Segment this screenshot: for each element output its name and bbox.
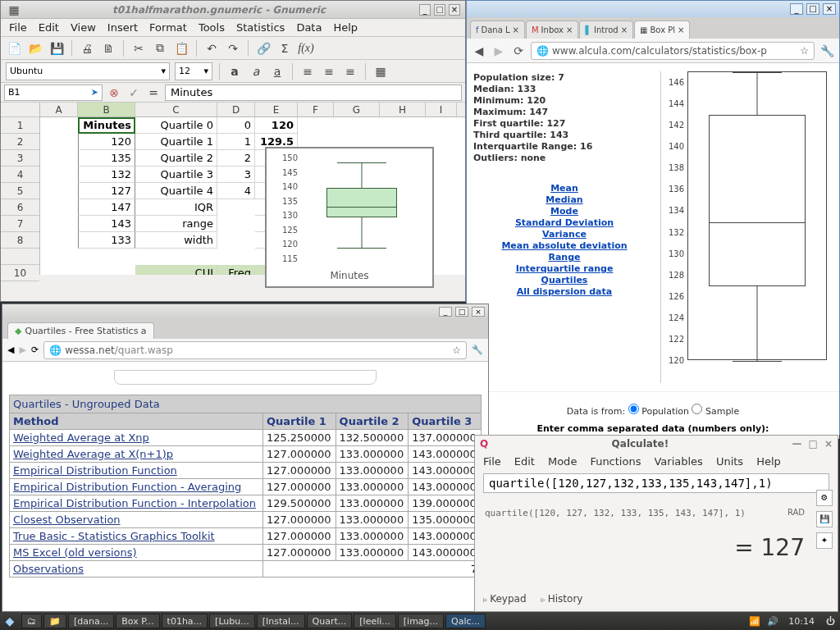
observations-label[interactable]: Observations	[10, 561, 263, 578]
align-left-icon[interactable]: ≡	[299, 63, 316, 80]
menu-variables[interactable]: Variables	[654, 455, 702, 468]
col-header[interactable]: G	[334, 103, 380, 116]
method-link[interactable]: Weighted Average at Xnp	[10, 430, 263, 446]
reload-icon[interactable]: ⟳	[31, 345, 39, 355]
taskbar-button[interactable]: Box P...	[116, 614, 159, 628]
convert-icon[interactable]: ✦	[816, 532, 833, 549]
row-header[interactable]: 3	[1, 150, 39, 167]
menu-help[interactable]: Help	[333, 21, 358, 34]
maximize-button[interactable]: □	[809, 438, 818, 450]
history-toggle[interactable]: History	[541, 593, 583, 605]
menu-data[interactable]: Data	[296, 21, 322, 34]
menu-help[interactable]: Help	[756, 455, 781, 468]
col-header[interactable]: B	[78, 103, 135, 116]
row-header[interactable]: 5	[1, 183, 39, 199]
method-link[interactable]: True Basic - Statistics Graphics Toolkit	[10, 528, 263, 545]
align-right-icon[interactable]: ≡	[342, 63, 358, 80]
execute-icon[interactable]: ⚙	[816, 490, 833, 506]
close-button[interactable]: ×	[472, 307, 485, 317]
formula-input[interactable]: Minutes	[165, 84, 462, 101]
forward-icon[interactable]: ▶	[19, 345, 25, 355]
italic-icon[interactable]: a	[248, 63, 264, 80]
method-link[interactable]: Closest Observation	[10, 512, 263, 528]
taskbar-button[interactable]: [Lubu...	[209, 614, 255, 628]
hyperlink-icon[interactable]: 🔗	[255, 40, 272, 57]
font-size-select[interactable]: 12▾	[175, 62, 212, 80]
menu-view[interactable]: View	[71, 21, 96, 34]
url-input[interactable]: 🌐 wessa.net/quart.wasp ☆	[43, 341, 467, 359]
taskbar-button[interactable]: Quart...	[307, 614, 353, 628]
star-icon[interactable]: ☆	[800, 45, 809, 57]
sheet-cell[interactable]: 133	[78, 232, 135, 249]
sheet-cell[interactable]: CUI	[135, 265, 217, 275]
sheet-cell[interactable]: 4	[217, 183, 255, 199]
align-center-icon[interactable]: ≡	[321, 63, 337, 80]
gnumeric-titlebar[interactable]: ▦ t01halfmarathon.gnumeric - Gnumeric _ …	[1, 1, 465, 19]
menu-units[interactable]: Units	[716, 455, 743, 468]
row-header[interactable]: 8	[1, 232, 39, 249]
col-header[interactable]: H	[380, 103, 426, 116]
stats-link[interactable]: Mean absolute deviation	[473, 240, 655, 251]
save-icon[interactable]: 💾	[48, 40, 65, 57]
sheet-cell[interactable]: 132	[78, 167, 135, 183]
cancel-edit-icon[interactable]: ⊗	[106, 84, 122, 101]
tray-logout-icon[interactable]: ⏻	[821, 616, 840, 627]
row-header[interactable]: 2	[1, 134, 39, 150]
sheet-cell[interactable]: IQR	[135, 199, 217, 216]
tab-facebook[interactable]: fDana L×	[470, 21, 525, 39]
sheet-cell[interactable]: Quartile 4	[135, 183, 217, 199]
reload-icon[interactable]: ⟳	[511, 43, 526, 58]
taskbar-button[interactable]: [Instal...	[257, 614, 305, 628]
row-header[interactable]: 4	[1, 167, 39, 183]
keypad-toggle[interactable]: Keypad	[483, 593, 527, 605]
method-link[interactable]: Empirical Distribution Function - Averag…	[10, 479, 263, 495]
equals-icon[interactable]: =	[145, 84, 162, 101]
stats-link[interactable]: All dispersion data	[473, 286, 655, 297]
menu-functions[interactable]: Functions	[590, 455, 641, 468]
sheet-cell[interactable]: Quartile 0	[135, 117, 217, 134]
store-icon[interactable]: 💾	[816, 511, 833, 527]
minimize-button[interactable]: _	[439, 307, 452, 317]
taskbar-clock[interactable]: 10:14	[782, 616, 821, 627]
copy-icon[interactable]: ⧉	[152, 40, 168, 57]
wrench-icon[interactable]: 🔧	[472, 345, 483, 355]
sheet-cell[interactable]: 1	[217, 134, 255, 150]
undo-icon[interactable]: ↶	[203, 40, 220, 57]
tab-boxplot[interactable]: ▦Box Pl×	[634, 21, 690, 39]
taskbar-button[interactable]: Qalc...	[445, 614, 486, 628]
tab-quartiles[interactable]: ◆ Quartiles - Free Statistics a	[7, 322, 154, 339]
close-button[interactable]: ×	[824, 438, 833, 450]
maximize-button[interactable]: □	[455, 307, 468, 317]
minimize-button[interactable]: —	[792, 438, 802, 450]
sheet-cell[interactable]: 0	[217, 117, 255, 134]
sheet-cell[interactable]: 120	[78, 134, 135, 150]
maximize-button[interactable]: □	[806, 3, 819, 15]
minimize-button[interactable]: _	[790, 3, 803, 15]
tab-gmail[interactable]: MInbox×	[526, 21, 578, 39]
menu-format[interactable]: Format	[149, 21, 187, 34]
sheet-cell[interactable]: Quartile 3	[135, 167, 217, 183]
row-header[interactable]: 6	[1, 199, 39, 216]
paste-icon[interactable]: 📋	[173, 40, 189, 57]
star-icon[interactable]: ☆	[452, 345, 461, 356]
merge-cells-icon[interactable]: ▦	[372, 63, 389, 80]
stats-link[interactable]: Mode	[473, 206, 655, 217]
function-icon[interactable]: f(x)	[298, 40, 314, 57]
new-file-icon[interactable]: 📄	[6, 40, 22, 57]
tray-network-icon[interactable]: 📶	[746, 616, 764, 627]
menu-file[interactable]: File	[483, 455, 501, 468]
wrench-icon[interactable]: 🔧	[819, 43, 834, 58]
sheet-cell[interactable]: Quartile 1	[135, 134, 217, 150]
tray-volume-icon[interactable]: 🔊	[764, 616, 782, 627]
sheet-cell[interactable]: 147	[78, 199, 135, 216]
col-header[interactable]: D	[217, 103, 255, 116]
taskbar-app[interactable]: 🗂	[21, 614, 42, 628]
start-menu-icon[interactable]: ◆	[0, 613, 20, 629]
qalculate-input[interactable]	[483, 473, 829, 493]
col-header[interactable]: E	[255, 103, 298, 116]
radio-sample[interactable]	[692, 404, 702, 414]
menu-tools[interactable]: Tools	[199, 21, 225, 34]
tab-intro[interactable]: ▌Introd×	[579, 21, 633, 39]
forward-icon[interactable]: ▶	[491, 43, 506, 58]
maximize-button[interactable]: □	[434, 4, 445, 16]
